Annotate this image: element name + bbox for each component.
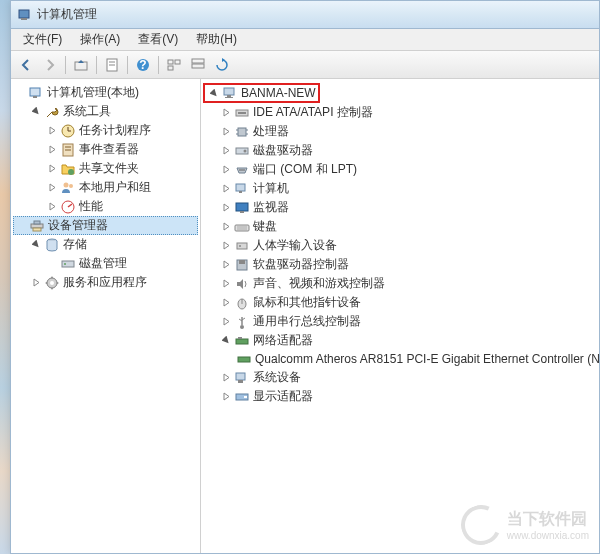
- expander-open-icon[interactable]: [29, 105, 43, 119]
- expander-closed-icon[interactable]: [219, 144, 233, 158]
- device-keyboards[interactable]: 键盘: [203, 217, 597, 236]
- toolbar-sep: [65, 56, 66, 74]
- device-display[interactable]: 显示适配器: [203, 387, 597, 406]
- device-disk-drives[interactable]: 磁盘驱动器: [203, 141, 597, 160]
- svg-rect-68: [238, 357, 250, 362]
- device-hid[interactable]: 人体学输入设备: [203, 236, 597, 255]
- device-ports[interactable]: 端口 (COM 和 LPT): [203, 160, 597, 179]
- expander-closed-icon[interactable]: [219, 220, 233, 234]
- port-icon: [234, 162, 250, 178]
- left-tree-pane[interactable]: 计算机管理(本地) 系统工具 任务计划程序 事件查看器 共享文件夹: [11, 79, 201, 553]
- device-ide[interactable]: IDE ATA/ATAPI 控制器: [203, 103, 597, 122]
- tree-storage[interactable]: 存储: [13, 235, 198, 254]
- storage-icon: [44, 237, 60, 253]
- svg-rect-39: [238, 128, 246, 136]
- expander-closed-icon[interactable]: [219, 258, 233, 272]
- expander-closed-icon[interactable]: [219, 296, 233, 310]
- device-usb[interactable]: 通用串行总线控制器: [203, 312, 597, 331]
- shared-folder-icon: [60, 161, 76, 177]
- svg-point-33: [50, 281, 54, 285]
- hid-icon: [234, 238, 250, 254]
- expander-open-icon[interactable]: [219, 334, 233, 348]
- pc-icon: [234, 181, 250, 197]
- device-computer[interactable]: 计算机: [203, 179, 597, 198]
- toolbar-view1[interactable]: [163, 54, 185, 76]
- expander-closed-icon[interactable]: [219, 371, 233, 385]
- device-floppy-ctrl[interactable]: 软盘驱动器控制器: [203, 255, 597, 274]
- expander-closed-icon[interactable]: [219, 390, 233, 404]
- tree-label: 任务计划程序: [79, 122, 151, 139]
- tree-label: 计算机管理(本地): [47, 84, 139, 101]
- expander-closed-icon[interactable]: [45, 162, 59, 176]
- tree-performance[interactable]: 性能: [13, 197, 198, 216]
- toolbar-up[interactable]: [70, 54, 92, 76]
- expander-closed-icon[interactable]: [29, 276, 43, 290]
- svg-point-57: [239, 245, 241, 247]
- expander-closed-icon[interactable]: [45, 181, 59, 195]
- tree-disk-management[interactable]: 磁盘管理: [13, 254, 198, 273]
- toolbar: ?: [11, 51, 599, 79]
- sound-icon: [234, 276, 250, 292]
- toolbar-sep3: [127, 56, 128, 74]
- svg-rect-30: [62, 261, 74, 267]
- device-system-devices[interactable]: 系统设备: [203, 368, 597, 387]
- expander-open-icon[interactable]: [29, 238, 43, 252]
- device-monitors[interactable]: 监视器: [203, 198, 597, 217]
- tree-root-computer-mgmt[interactable]: 计算机管理(本地): [13, 83, 198, 102]
- toolbar-help[interactable]: ?: [132, 54, 154, 76]
- tree-task-scheduler[interactable]: 任务计划程序: [13, 121, 198, 140]
- tree-label: 人体学输入设备: [253, 237, 337, 254]
- tree-event-viewer[interactable]: 事件查看器: [13, 140, 198, 159]
- expander-closed-icon[interactable]: [219, 182, 233, 196]
- device-network-child[interactable]: Qualcomm Atheros AR8151 PCI-E Gigabit Et…: [203, 350, 597, 368]
- menu-action[interactable]: 操作(A): [72, 29, 128, 50]
- expander-closed-icon[interactable]: [219, 106, 233, 120]
- device-processors[interactable]: 处理器: [203, 122, 597, 141]
- device-root[interactable]: BANMA-NEW: [203, 83, 320, 103]
- svg-rect-36: [225, 97, 233, 98]
- menu-file[interactable]: 文件(F): [15, 29, 70, 50]
- menu-view[interactable]: 查看(V): [130, 29, 186, 50]
- expander-closed-icon[interactable]: [219, 315, 233, 329]
- svg-rect-67: [238, 337, 242, 339]
- device-mice[interactable]: 鼠标和其他指针设备: [203, 293, 597, 312]
- tree-label: BANMA-NEW: [241, 86, 316, 100]
- svg-point-21: [68, 169, 74, 175]
- expander-open-icon[interactable]: [207, 86, 221, 100]
- svg-rect-35: [227, 95, 231, 97]
- svg-rect-8: [168, 60, 173, 64]
- tree-shared-folders[interactable]: 共享文件夹: [13, 159, 198, 178]
- toolbar-back[interactable]: [15, 54, 37, 76]
- expander-closed-icon[interactable]: [219, 201, 233, 215]
- expander-closed-icon[interactable]: [45, 200, 59, 214]
- expander-closed-icon[interactable]: [219, 163, 233, 177]
- device-network[interactable]: 网络适配器: [203, 331, 597, 350]
- tree-device-manager[interactable]: 设备管理器: [13, 216, 198, 235]
- content-area: 计算机管理(本地) 系统工具 任务计划程序 事件查看器 共享文件夹: [11, 79, 599, 553]
- tree-services-apps[interactable]: 服务和应用程序: [13, 273, 198, 292]
- menubar: 文件(F) 操作(A) 查看(V) 帮助(H): [11, 29, 599, 51]
- toolbar-forward[interactable]: [39, 54, 61, 76]
- right-tree-pane[interactable]: BANMA-NEW IDE ATA/ATAPI 控制器 处理器 磁盘驱动器 端口: [201, 79, 599, 553]
- clock-icon: [60, 123, 76, 139]
- tree-label: 处理器: [253, 123, 289, 140]
- tree-system-tools[interactable]: 系统工具: [13, 102, 198, 121]
- menu-help[interactable]: 帮助(H): [188, 29, 245, 50]
- tree-label: 磁盘驱动器: [253, 142, 313, 159]
- expander-closed-icon[interactable]: [45, 124, 59, 138]
- tree-label: 通用串行总线控制器: [253, 313, 361, 330]
- expander-closed-icon[interactable]: [219, 277, 233, 291]
- expander-closed-icon[interactable]: [219, 239, 233, 253]
- toolbar-refresh[interactable]: [211, 54, 233, 76]
- usb-icon: [234, 314, 250, 330]
- expander-closed-icon[interactable]: [219, 125, 233, 139]
- toolbar-view2[interactable]: [187, 54, 209, 76]
- device-sound[interactable]: 声音、视频和游戏控制器: [203, 274, 597, 293]
- toolbar-properties[interactable]: [101, 54, 123, 76]
- services-icon: [44, 275, 60, 291]
- tree-label: 鼠标和其他指针设备: [253, 294, 361, 311]
- watermark-text: 当下软件园 www.downxia.com: [507, 509, 589, 541]
- svg-rect-11: [192, 59, 204, 63]
- expander-closed-icon[interactable]: [45, 143, 59, 157]
- tree-local-users[interactable]: 本地用户和组: [13, 178, 198, 197]
